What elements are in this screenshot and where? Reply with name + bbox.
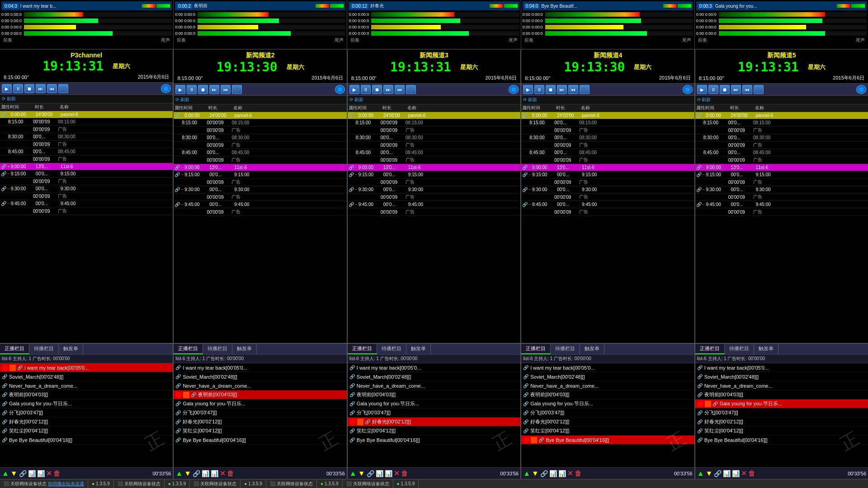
playlist-item-10[interactable]: 🔗 − 9:30:00 00'0... 9:30:00: [174, 186, 346, 193]
bottom-item-1[interactable]: 🔗 Soviet_March[00'02'48][]: [695, 372, 868, 381]
item-minus-icon[interactable]: −: [355, 187, 358, 192]
bottom-item-8[interactable]: 🔗 Bye Bye Beautiful[00'04'16][]: [695, 436, 868, 445]
link-btn[interactable]: 🔗: [540, 470, 548, 477]
bottom-item-6[interactable]: 🔗 好春光[00'02'12][]: [0, 418, 173, 427]
bi-link-icon[interactable]: 🔗: [2, 410, 7, 415]
bottom-item-1[interactable]: 🔗 Soviet_March[00'02'48][]: [0, 372, 173, 381]
playlist-item-7[interactable]: 🔗 + 9:00:00 13'0... 11st-6: [0, 163, 173, 170]
bi-link-icon[interactable]: 🔗: [349, 383, 355, 388]
bottom-item-2[interactable]: 🔗 Never_have_a_dream_come...: [521, 381, 694, 390]
playlist-item-6[interactable]: 00'00'09 广告: [0, 155, 173, 163]
item-minus-icon[interactable]: −: [7, 171, 10, 176]
playlist-item-3[interactable]: 8:30:00 00'0... 08:30:00: [695, 134, 868, 141]
item-minus-icon[interactable]: −: [181, 165, 184, 170]
item-minus-icon[interactable]: −: [355, 113, 358, 118]
playlist-item-2[interactable]: 00'00'09 广告: [348, 127, 520, 134]
playlist-item-4[interactable]: 00'00'09 广告: [695, 141, 868, 149]
bi-link-icon[interactable]: 🔗: [2, 428, 7, 433]
playlist-item-1[interactable]: 8:15:00 00'0... 08:15:00: [695, 119, 868, 127]
stop-icon[interactable]: ⏹: [372, 85, 382, 94]
playlist-item-0[interactable]: 🔗 − 0:00:00 24'00'00 pannel-6: [0, 111, 173, 118]
playlist-item-2[interactable]: 00'00'09 广告: [174, 127, 346, 134]
bottom-item-4[interactable]: 🔗 Gala young for you-节日乐...: [174, 399, 346, 408]
playlist-item-12[interactable]: 🔗 − 9:45:00 00'0... 9:45:00: [174, 201, 346, 208]
item-minus-icon[interactable]: −: [7, 186, 10, 191]
playlist-item-7[interactable]: 🔗 − 9:00:00 13'0... 11st-6: [695, 164, 868, 171]
pause-icon[interactable]: ⏸: [361, 85, 371, 94]
playlist-item-10[interactable]: 🔗 − 9:30:00 00'0... 9:30:00: [695, 186, 868, 193]
fadein-icon[interactable]: ⏮: [221, 85, 231, 94]
item-link-icon[interactable]: 🔗: [522, 172, 528, 177]
bottom-item-0[interactable]: 🔗 I want my tear back[00'05'0...: [695, 363, 868, 372]
bottom-playlist[interactable]: 🔗 I want my tear back[00'05'0... 🔗 Sovie…: [174, 363, 346, 467]
playlist-item-8[interactable]: 🔗 − 9:15:00 00'0... 9:15:00: [348, 171, 520, 178]
playlist-item-5[interactable]: 8:45:00 00'0... 08:45:00: [174, 149, 346, 156]
bi-link-icon[interactable]: 🔗: [349, 401, 355, 406]
bi-link-icon[interactable]: 🔗: [175, 374, 181, 379]
bottom-item-3[interactable]: 🔗 夜明前[00'04'03][]: [0, 390, 173, 399]
playlist-item-0[interactable]: 🔗 − 0:00:00 24'00'00 pannel-6: [348, 112, 520, 119]
bi-link-icon[interactable]: 🔗: [523, 401, 528, 406]
tab-pending[interactable]: 待播栏目: [203, 344, 232, 354]
playlist-item-0[interactable]: 🔗 − 0:00:00 24'00'00 pannel-6: [174, 112, 346, 119]
tab-broadcast[interactable]: 正播栏目: [521, 344, 551, 354]
bi-link-icon[interactable]: 🔗: [2, 374, 7, 379]
playlist-item-5[interactable]: 8:45:00 00'0... 08:45:00: [0, 148, 173, 155]
bottom-item-7[interactable]: 🔗 笑红尘[00'04'12][]: [174, 427, 346, 436]
item-link-icon[interactable]: 🔗: [1, 164, 6, 169]
bottom-item-4[interactable]: 🔗 Gala young for you-节日乐...: [695, 399, 868, 408]
playlist-items[interactable]: 🔗 − 0:00:00 24'00'00 pannel-6 8:15:00 00…: [348, 112, 520, 343]
bi-link-icon[interactable]: 🔗: [175, 365, 181, 370]
bi-link-icon[interactable]: 🔗: [697, 410, 703, 415]
item-minus-icon[interactable]: −: [181, 187, 184, 192]
bar-chart-btn-1[interactable]: 📊: [202, 470, 209, 477]
bi-link-icon[interactable]: 🔗: [2, 401, 7, 406]
tab-broadcast[interactable]: 正播栏目: [0, 344, 29, 354]
bar-chart-btn-2[interactable]: 📊: [211, 470, 218, 477]
bi-link-icon[interactable]: 🔗: [349, 365, 355, 370]
item-link-icon[interactable]: 🔗: [175, 187, 180, 192]
playlist-item-12[interactable]: 🔗 − 9:45:00 00'0... 9:45:00: [348, 201, 520, 208]
network-globe-icon[interactable]: 🌐: [335, 85, 345, 94]
delete-btn[interactable]: ✕: [394, 469, 400, 478]
item-link-icon[interactable]: 🔗: [1, 112, 6, 117]
refresh-label[interactable]: ⟳ 刷新: [349, 97, 363, 103]
bottom-item-8[interactable]: 🔗 Bye Bye Beautiful[00'04'16][]: [348, 436, 520, 445]
playlist-item-10[interactable]: 🔗 − 9:30:00 00'0... 9:30:00: [0, 185, 173, 192]
pause-icon[interactable]: ⏸: [708, 85, 718, 94]
music-icon[interactable]: 🎵: [580, 85, 590, 94]
bi-link-icon[interactable]: 🔗: [697, 365, 703, 370]
bottom-item-3[interactable]: 🔗 夜明前[00'04'03][]: [174, 390, 346, 399]
item-link-icon[interactable]: 🔗: [522, 187, 528, 192]
play-icon[interactable]: ▶: [349, 85, 359, 94]
playlist-item-13[interactable]: 00'00'09 广告: [695, 208, 868, 216]
playlist-item-6[interactable]: 00'00'09 广告: [695, 156, 868, 164]
playlist-item-8[interactable]: 🔗 − 9:15:00 00'0... 9:15:00: [174, 171, 346, 178]
fadein-icon[interactable]: ⏮: [742, 85, 752, 94]
item-minus-icon[interactable]: −: [528, 187, 531, 192]
item-link-icon[interactable]: 🔗: [696, 172, 702, 177]
bi-link-icon[interactable]: 🔗: [175, 428, 181, 433]
delete-btn[interactable]: ✕: [567, 469, 573, 478]
fadeout-icon[interactable]: ⏭: [209, 85, 219, 94]
move-up-btn[interactable]: ▲: [697, 469, 704, 478]
bottom-playlist[interactable]: 🔗 I want my tear back[00'05'0... 🔗 Sovie…: [521, 363, 694, 467]
link-btn[interactable]: 🔗: [193, 470, 200, 477]
bi-link-icon[interactable]: 🔗: [523, 374, 528, 379]
bi-link-icon[interactable]: 🔗: [17, 365, 23, 370]
item-minus-icon[interactable]: −: [7, 201, 10, 206]
bi-link-icon[interactable]: 🔗: [191, 392, 196, 397]
playlist-item-9[interactable]: 00'00'09 广告: [348, 178, 520, 186]
playlist-item-5[interactable]: 8:45:00 00'0... 08:45:00: [695, 149, 868, 156]
playlist-item-11[interactable]: 00'00'09 广告: [695, 193, 868, 201]
item-minus-icon[interactable]: −: [703, 202, 705, 207]
bi-link-icon[interactable]: 🔗: [538, 437, 544, 442]
playlist-item-6[interactable]: 00'00'09 广告: [521, 156, 694, 164]
play-icon[interactable]: ▶: [175, 85, 185, 94]
bar-chart-btn-2[interactable]: 📊: [732, 470, 740, 477]
play-icon[interactable]: ▶: [2, 84, 12, 93]
item-minus-icon[interactable]: −: [181, 172, 184, 177]
clear-btn[interactable]: 🗑: [53, 469, 61, 478]
bi-link-icon[interactable]: 🔗: [523, 392, 528, 397]
bottom-playlist[interactable]: 🔗 I want my tear back[00'05'0... 🔗 Sovie…: [0, 363, 173, 467]
